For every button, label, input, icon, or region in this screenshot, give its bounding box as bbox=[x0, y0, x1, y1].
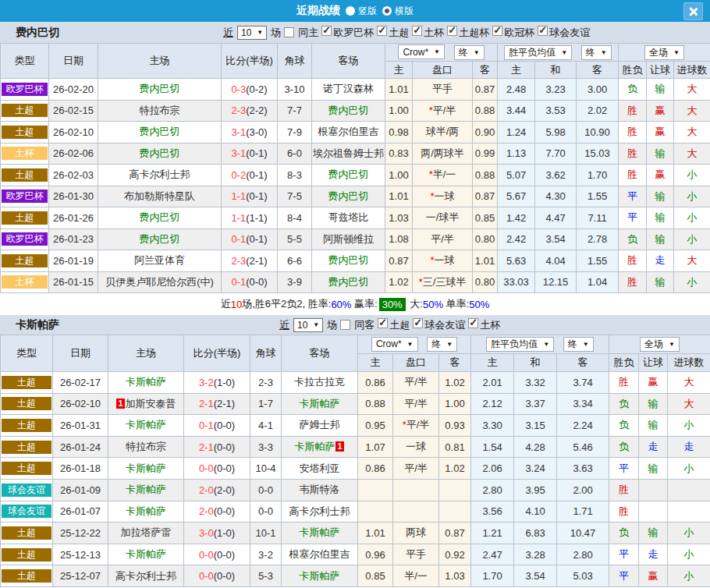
same-venue-checkbox[interactable] bbox=[340, 320, 350, 330]
match-row: 土超26-01-18卡斯帕萨0-0(0-0)10-4安塔利亚0.86平/半1.0… bbox=[1, 458, 710, 480]
odds-home-cell bbox=[358, 501, 393, 522]
scope-select[interactable]: 全场▼ bbox=[640, 337, 680, 352]
radio-vertical[interactable] bbox=[346, 6, 355, 16]
team-name: 卡斯帕萨 bbox=[126, 548, 166, 560]
handicap-result-cell: 赢 bbox=[647, 165, 674, 186]
goals-cell: 大 bbox=[674, 250, 710, 272]
match-row: 土超25-12-07高卡尔利士邦0-0(0-0)5-3卡斯帕萨0.85半/一1.… bbox=[1, 565, 710, 587]
team-cell: 阿斯顿维拉 bbox=[312, 228, 385, 250]
scope-select[interactable]: 全场▼ bbox=[644, 45, 684, 60]
team-name: 卡斯帕萨 bbox=[300, 526, 340, 538]
match-row: 土超26-02-101加斯安泰普2-1(2-1)1-7卡斯帕萨0.88平/半1.… bbox=[1, 393, 710, 415]
league-checkbox[interactable] bbox=[378, 318, 388, 328]
recent-label[interactable]: 近 bbox=[279, 318, 289, 332]
mean-away-cell: 2.00 bbox=[557, 479, 609, 501]
odds-final-select[interactable]: 终▼ bbox=[454, 45, 485, 60]
halftime-score: (2-1) bbox=[214, 398, 235, 409]
mean-final-select[interactable]: 终▼ bbox=[563, 337, 594, 352]
corner-cell: 4-1 bbox=[250, 415, 282, 437]
team-cell: 卡斯帕萨 bbox=[108, 501, 184, 522]
league-checkbox[interactable] bbox=[468, 318, 478, 328]
league-chip: 土超 bbox=[2, 254, 48, 267]
odds-final-select[interactable]: 终▼ bbox=[427, 337, 457, 352]
league-chip: 土杯 bbox=[2, 147, 48, 160]
handicap-cell: 平/半 bbox=[393, 458, 439, 480]
team-cell: 诺丁汉森林 bbox=[312, 79, 385, 101]
result-group: 全场▼ bbox=[609, 335, 710, 354]
same-venue-checkbox[interactable] bbox=[284, 27, 294, 37]
team-cell: 卡斯帕萨 bbox=[108, 479, 184, 501]
mean-source-select[interactable]: 胜平负均值▼ bbox=[504, 45, 572, 60]
handicap-cell: 平/半 bbox=[413, 228, 473, 250]
fulltime-score: 3-1 bbox=[231, 147, 246, 159]
same-venue-label: 同客 bbox=[354, 318, 375, 332]
handicap-cell: 一/球半 bbox=[413, 207, 473, 229]
league-checkbox[interactable] bbox=[447, 26, 457, 36]
goals-cell: 大 bbox=[674, 100, 710, 122]
league-checkbox[interactable] bbox=[412, 26, 422, 36]
halftime-score: (2-0) bbox=[214, 484, 235, 496]
score-cell: 3-0(1-0) bbox=[184, 522, 250, 544]
goals-cell: 小 bbox=[668, 565, 710, 587]
handicap-text: 平/半 bbox=[406, 419, 430, 430]
recent-label[interactable]: 近 bbox=[223, 26, 233, 40]
team-name: 安塔利亚 bbox=[300, 462, 340, 474]
section-header-team2: 卡斯帕萨 近 10▼ 场 同客 土超球会友谊土杯 bbox=[0, 315, 710, 335]
mean-draw-cell: 7.70 bbox=[535, 143, 577, 165]
mean-home-cell: 3.44 bbox=[498, 100, 535, 122]
summary-segment: 10 bbox=[231, 299, 242, 310]
corner-cell: 3-9 bbox=[278, 271, 312, 293]
corner-cell: 10-4 bbox=[250, 458, 282, 480]
goals-cell bbox=[668, 501, 710, 522]
mean-draw-cell: 3.23 bbox=[535, 79, 577, 101]
team-name: 加斯安泰普 bbox=[126, 398, 176, 409]
handicap-result-cell: 输 bbox=[647, 207, 674, 229]
mean-final-select[interactable]: 终▼ bbox=[581, 45, 612, 60]
handicap-cell: *平/半 bbox=[393, 415, 439, 437]
odds-source-select[interactable]: Crow*▼ bbox=[371, 337, 418, 352]
league-checkbox[interactable] bbox=[492, 26, 502, 36]
mean-draw-cell: 3.53 bbox=[535, 100, 577, 122]
radio-horizontal[interactable] bbox=[382, 6, 392, 16]
match-count-select[interactable]: 10▼ bbox=[237, 26, 267, 40]
mean-away-cell: 3.74 bbox=[557, 372, 609, 394]
league-cell: 欧罗巴杯 bbox=[1, 228, 49, 250]
team-name: 加拉塔萨雷 bbox=[121, 526, 172, 538]
odds-source-select[interactable]: Crow*▼ bbox=[398, 44, 445, 59]
corner-cell: 5-3 bbox=[250, 565, 282, 587]
league-checkbox[interactable] bbox=[377, 26, 387, 36]
league-checkbox-label: 球会友谊 bbox=[424, 319, 465, 331]
handicap-cell: *半/一 bbox=[413, 165, 473, 186]
goals-cell: 小 bbox=[674, 165, 710, 186]
mean-away-cell: 1.70 bbox=[577, 165, 619, 186]
result-group: 全场▼ bbox=[619, 44, 710, 62]
match-row: 土超26-01-26费内巴切1-1(1-1)8-4哥兹塔比1.03一/球半0.8… bbox=[1, 207, 710, 229]
mean-draw-cell: 5.98 bbox=[535, 122, 577, 143]
league-cell: 球会友谊 bbox=[1, 501, 53, 522]
handicap-result-cell: 走 bbox=[639, 544, 668, 565]
outcome-cell: 胜 bbox=[619, 100, 647, 122]
team-cell: 费内巴切 bbox=[312, 165, 385, 186]
mean-source-select[interactable]: 胜平负均值▼ bbox=[486, 337, 554, 352]
radio-horizontal-label[interactable]: 横版 bbox=[395, 5, 414, 18]
odds-home-cell: 0.83 bbox=[385, 143, 413, 165]
odds-away-cell: 0.88 bbox=[473, 165, 498, 186]
col-corner: 角球 bbox=[250, 335, 282, 372]
league-checkbox[interactable] bbox=[321, 26, 332, 36]
radio-vertical-label[interactable]: 竖版 bbox=[358, 5, 377, 18]
col-odds-home: 主 bbox=[385, 62, 413, 79]
handicap-cell: 球半/两 bbox=[413, 122, 473, 143]
halftime-score: (2-1) bbox=[246, 255, 267, 267]
league-checkbox[interactable] bbox=[538, 26, 548, 36]
match-count-select[interactable]: 10▼ bbox=[293, 318, 323, 332]
league-chip: 土超 bbox=[2, 419, 51, 432]
outcome-cell: 胜 bbox=[609, 479, 639, 501]
league-cell: 土超 bbox=[1, 415, 53, 437]
corner-cell: 0-0 bbox=[250, 479, 282, 501]
league-checkbox[interactable] bbox=[413, 318, 423, 328]
score-cell: 2-0(2-0) bbox=[184, 479, 250, 501]
odds-home-cell: 0.96 bbox=[358, 544, 393, 565]
close-button[interactable] bbox=[683, 2, 703, 20]
fulltime-score: 2-0 bbox=[199, 484, 214, 496]
halftime-score: (1-1) bbox=[246, 212, 267, 224]
